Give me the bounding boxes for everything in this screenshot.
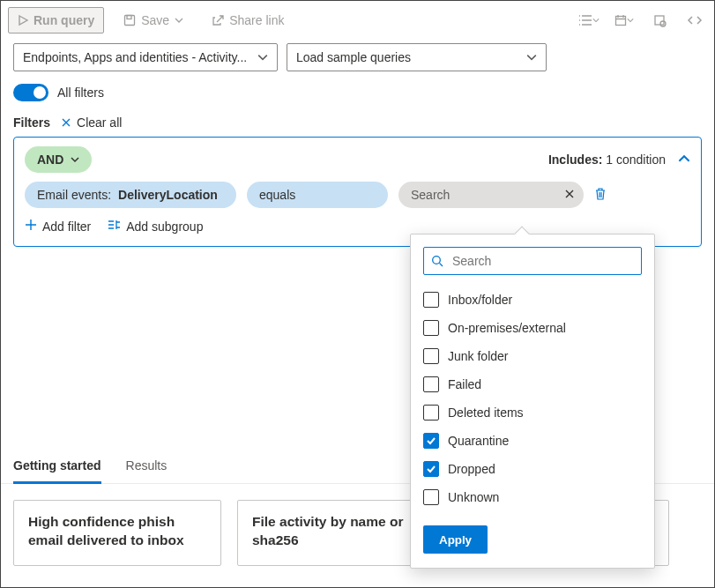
all-filters-label: All filters [57,86,104,100]
add-filter-button[interactable]: Add filter [25,219,91,234]
apply-button[interactable]: Apply [423,525,488,554]
trash-icon [594,187,607,201]
popup-option[interactable]: Deleted items [423,398,642,427]
popup-search-input[interactable] [451,253,634,269]
plus-icon [25,219,37,234]
filter-field-pill[interactable]: Email events: DeliveryLocation [25,182,236,208]
filters-header: Filters Clear all [1,107,714,137]
svg-rect-1 [127,16,131,19]
toolbar: Run query Save Share link [1,1,714,40]
svg-rect-3 [655,16,664,25]
checkbox[interactable] [423,405,439,421]
popup-option-label: Dropped [448,462,495,476]
popup-option-label: Failed [448,377,481,391]
query-card-title: File activity by name or sha256 [252,513,430,550]
popup-option[interactable]: Junk folder [423,342,642,370]
query-card[interactable]: High confidence phish email delivered to… [13,500,221,566]
filter-field-prefix: Email events: [37,188,111,202]
chevron-down-icon [175,16,183,25]
svg-rect-2 [616,17,626,26]
tab-results[interactable]: Results [126,450,168,483]
svg-point-5 [433,257,441,264]
query-card-title: High confidence phish email delivered to… [28,513,206,550]
includes-count: 1 condition [606,153,666,167]
close-icon [61,117,71,128]
popup-option[interactable]: Inbox/folder [423,286,642,314]
svg-point-4 [660,21,666,26]
app-frame: Run query Save Share link Endpoints, App… [0,0,715,588]
sample-queries-selector[interactable]: Load sample queries [287,43,547,71]
collapse-panel-button[interactable] [678,153,690,167]
clear-all-label: Clear all [77,115,122,130]
filter-panel: AND Includes: 1 condition Email events: … [13,137,702,247]
popup-option[interactable]: Dropped [423,455,642,483]
checkbox[interactable] [423,433,439,449]
logic-operator-pill[interactable]: AND [25,146,92,173]
popup-option[interactable]: Unknown [423,483,642,511]
popup-options-list: Inbox/folderOn-premises/externalJunk fol… [423,286,642,511]
scope-selector-label: Endpoints, Apps and identities - Activit… [23,50,247,64]
filter-actions: Add filter Add subgroup [25,219,690,234]
logic-operator-label: AND [37,153,63,167]
list-view-button[interactable] [577,8,601,33]
sample-queries-label: Load sample queries [296,50,411,64]
save-label: Save [141,13,169,27]
includes-label: Includes: [548,153,602,167]
filter-value-placeholder: Search [411,188,450,202]
share-link-button[interactable]: Share link [203,7,293,33]
value-picker-popup: Inbox/folderOn-premises/externalJunk fol… [410,234,655,569]
selectors-row: Endpoints, Apps and identities - Activit… [1,40,714,78]
filters-title: Filters [13,115,50,130]
tab-getting-started[interactable]: Getting started [13,450,101,484]
checkbox[interactable] [423,348,439,364]
save-button[interactable]: Save [115,7,192,33]
subgroup-icon [107,219,121,234]
code-toggle-button[interactable] [682,8,707,33]
checkbox[interactable] [423,320,439,336]
svg-rect-0 [125,16,135,26]
search-icon [431,255,443,267]
save-icon [123,14,136,26]
filter-panel-head: AND Includes: 1 condition [25,146,690,173]
run-query-button[interactable]: Run query [8,7,104,33]
play-icon [18,15,28,26]
popup-option-label: Quarantine [448,434,509,448]
close-icon [564,189,575,199]
clear-value-button[interactable] [564,188,575,202]
chevron-down-icon [526,52,537,63]
popup-option-label: Deleted items [448,406,524,420]
popup-option[interactable]: On-premises/external [423,314,642,342]
popup-search-box[interactable] [423,247,642,275]
popup-option[interactable]: Quarantine [423,427,642,455]
popup-option-label: Junk folder [448,349,508,363]
clear-all-button[interactable]: Clear all [61,115,122,130]
chevron-down-icon [257,52,268,63]
add-filter-label: Add filter [42,220,91,234]
checkbox[interactable] [423,489,439,505]
filter-value-pill[interactable]: Search [398,182,584,208]
add-subgroup-label: Add subgroup [126,220,203,234]
checkbox[interactable] [423,461,439,477]
checkbox[interactable] [423,376,439,392]
run-query-label: Run query [34,13,94,27]
delete-condition-button[interactable] [594,187,607,204]
filter-operator-pill[interactable]: equals [247,182,388,208]
popup-option[interactable]: Failed [423,370,642,398]
filter-field-value: DeliveryLocation [118,188,218,202]
chevron-down-icon [71,155,79,164]
settings-icon-button[interactable] [647,8,672,33]
popup-option-label: On-premises/external [448,321,566,335]
scope-selector[interactable]: Endpoints, Apps and identities - Activit… [13,43,278,71]
chevron-up-icon [678,153,690,165]
popup-option-label: Inbox/folder [448,293,512,307]
filter-condition-row: Email events: DeliveryLocation equals Se… [25,182,690,208]
date-range-button[interactable] [612,8,637,33]
share-icon [212,14,224,26]
popup-option-label: Unknown [448,490,499,504]
add-subgroup-button[interactable]: Add subgroup [107,219,203,234]
all-filters-toggle[interactable] [13,84,48,101]
filter-operator-label: equals [259,188,295,202]
all-filters-row: All filters [1,78,714,107]
share-label: Share link [229,13,284,27]
checkbox[interactable] [423,292,439,308]
